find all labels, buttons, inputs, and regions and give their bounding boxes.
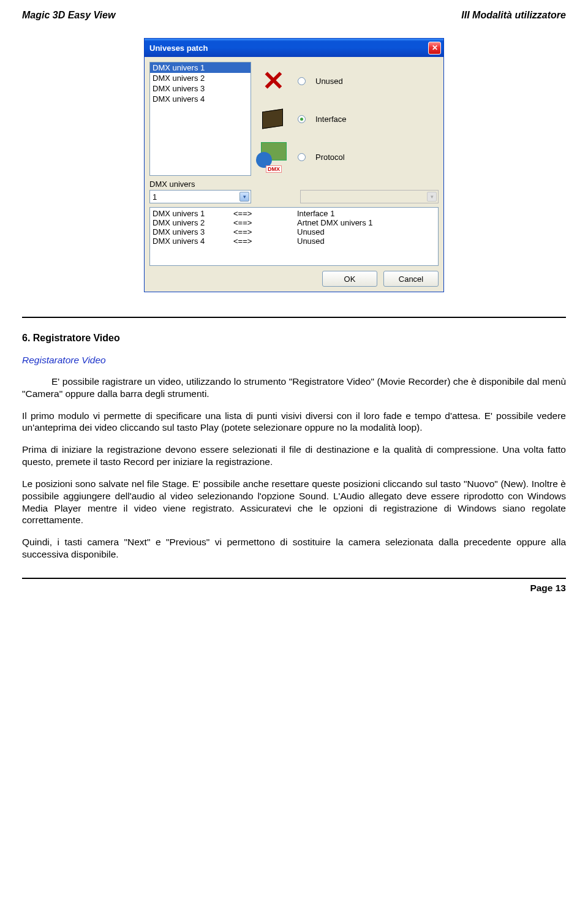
table-row: DMX univers 4 <==> Unused <box>153 236 435 246</box>
table-row: DMX univers 3 <==> Unused <box>153 227 435 236</box>
unused-icon: ✕ <box>262 67 285 94</box>
divider <box>22 578 566 579</box>
list-item[interactable]: DMX univers 3 <box>150 83 251 94</box>
interface-icon <box>258 104 288 134</box>
protocol-icon: DMX <box>257 141 289 173</box>
num-input-label: DMX univers <box>149 180 251 189</box>
list-item[interactable]: DMX univers 2 <box>150 73 251 83</box>
protocol-select-disabled: ▾ <box>300 190 439 203</box>
radio-label: Protocol <box>315 153 345 162</box>
chevron-down-icon: ▾ <box>427 192 437 202</box>
universe-number-input[interactable]: 1 ▾ <box>149 190 251 203</box>
table-row: DMX univers 2 <==> Artnet DMX univers 1 <box>153 218 435 227</box>
radio-interface[interactable] <box>298 115 306 123</box>
paragraph: E' possibile ragistrare un video, utiliz… <box>22 376 566 400</box>
list-item[interactable]: DMX univers 1 <box>150 62 251 73</box>
table-row: DMX univers 1 <==> Interface 1 <box>153 209 435 218</box>
ok-button[interactable]: OK <box>322 271 377 287</box>
dialog-window: Univeses patch ✕ DMX univers 1 DMX unive… <box>144 38 444 292</box>
cancel-button[interactable]: Cancel <box>383 271 439 287</box>
radio-unused[interactable] <box>298 77 306 85</box>
titlebar[interactable]: Univeses patch ✕ <box>145 39 443 57</box>
header-left: Magic 3D Easy View <box>22 10 115 21</box>
header-right: III Modalità utilizzatore <box>461 10 566 21</box>
chevron-down-icon[interactable]: ▾ <box>239 192 249 202</box>
close-icon[interactable]: ✕ <box>428 42 441 55</box>
dialog-title: Univeses patch <box>149 43 428 53</box>
page-number: Page 13 <box>22 583 566 594</box>
radio-label: Interface <box>315 115 347 124</box>
section-heading: 6. Registratore Video <box>22 333 566 344</box>
paragraph: Il primo modulo vi permette di specifica… <box>22 410 566 434</box>
universe-listbox[interactable]: DMX univers 1 DMX univers 2 DMX univers … <box>149 62 251 176</box>
mapping-list[interactable]: DMX univers 1 <==> Interface 1 DMX unive… <box>149 207 439 266</box>
radio-label: Unused <box>315 77 343 86</box>
paragraph: Quindi, i tasti camera "Next" e "Previou… <box>22 536 566 561</box>
list-item[interactable]: DMX univers 4 <box>150 94 251 104</box>
radio-protocol[interactable] <box>298 153 306 161</box>
divider <box>22 317 566 318</box>
paragraph: Le posizioni sono salvate nel file Stage… <box>22 478 566 526</box>
num-input-value: 1 <box>153 192 157 202</box>
paragraph: Prima di iniziare la registrazione devon… <box>22 444 566 468</box>
section-subhead: Registaratore Video <box>22 355 566 366</box>
